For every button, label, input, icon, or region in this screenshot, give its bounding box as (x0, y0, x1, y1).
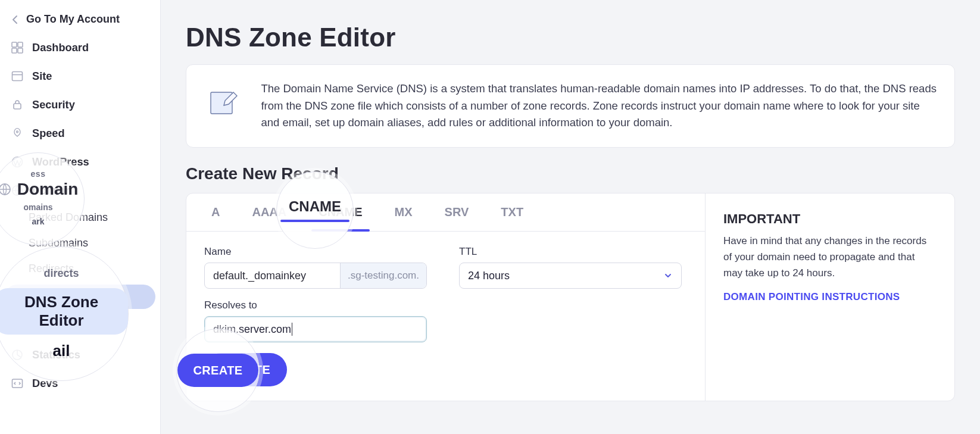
sidebar-item-site[interactable]: Site (0, 63, 160, 90)
aside-text: Have in mind that any changes in the rec… (723, 233, 937, 282)
globe-icon (11, 184, 24, 197)
sidebar-item-label: Security (32, 99, 75, 111)
panel-aside: IMPORTANT Have in mind that any changes … (706, 193, 954, 401)
chevron-down-icon (663, 271, 673, 280)
svg-rect-9 (13, 323, 22, 330)
ttl-select[interactable]: 24 hours (459, 263, 682, 289)
resolves-input[interactable]: dkim.server.com (204, 316, 427, 342)
label-resolves: Resolves to (204, 299, 427, 311)
tab-a[interactable]: A (204, 193, 227, 231)
edit-illustration-icon (204, 80, 245, 123)
create-record-panel: A AAAA CNAME MX SRV TXT Name default._do… (186, 193, 955, 401)
label-name: Name (204, 246, 427, 258)
grid-icon (11, 41, 24, 54)
tab-srv[interactable]: SRV (438, 193, 476, 231)
tab-cname[interactable]: CNAME (311, 193, 369, 231)
go-to-account[interactable]: Go To My Account (0, 5, 160, 33)
text-cursor-icon (292, 323, 292, 336)
panel-form: A AAAA CNAME MX SRV TXT Name default._do… (186, 193, 706, 401)
sidebar-item-label: Domain (32, 185, 72, 197)
sidebar-subitem-label: DNS Zone Editor (29, 291, 110, 303)
aside-link[interactable]: DOMAIN POINTING INSTRUCTIONS (723, 291, 900, 302)
sidebar-item-label: Statistics (32, 349, 80, 361)
sidebar-item-label: Speed (32, 127, 65, 140)
label-ttl: TTL (459, 246, 682, 258)
svg-point-6 (17, 131, 18, 133)
lock-icon (11, 98, 24, 111)
sidebar-item-domain[interactable]: Domain (0, 177, 160, 204)
name-input-suffix: .sg-testing.com. (340, 263, 426, 288)
tab-mx[interactable]: MX (388, 193, 420, 231)
tab-txt[interactable]: TXT (494, 193, 530, 231)
sidebar: Go To My Account Dashboard Site Security (0, 0, 161, 434)
svg-rect-2 (12, 48, 17, 53)
aside-title: IMPORTANT (723, 211, 937, 227)
sidebar-item-label: Site (32, 70, 52, 83)
page-title: DNS Zone Editor (186, 23, 955, 52)
sidebar-item-dashboard[interactable]: Dashboard (0, 34, 160, 61)
resolves-input-value: dkim.server.com (213, 323, 291, 336)
svg-rect-1 (18, 42, 23, 47)
wordpress-icon (11, 155, 24, 168)
code-icon (11, 377, 24, 390)
sidebar-item-label: Dashboard (32, 42, 89, 54)
svg-rect-4 (13, 72, 23, 81)
sidebar-item-security[interactable]: Security (0, 91, 160, 118)
sidebar-subitem-redirects[interactable]: Redirects (0, 257, 160, 281)
go-to-account-label: Go To My Account (26, 13, 120, 26)
sidebar-item-label: Devs (32, 377, 58, 390)
svg-rect-5 (14, 104, 21, 109)
arrow-left-icon (11, 15, 20, 24)
sidebar-item-wordpress[interactable]: WordPress (0, 148, 160, 176)
sidebar-item-devs[interactable]: Devs (0, 370, 160, 397)
sidebar-item-label: WordPress (32, 156, 89, 168)
sidebar-subitem-dns-zone-editor[interactable]: DNS Zone Editor (5, 285, 155, 309)
info-description: The Domain Name Service (DNS) is a syste… (261, 80, 937, 132)
sidebar-item-label: Email (32, 320, 61, 333)
form-group-name: Name default._domainkey .sg-testing.com. (204, 246, 427, 289)
info-card: The Domain Name Service (DNS) is a syste… (186, 64, 955, 148)
tab-aaaa[interactable]: AAAA (245, 193, 294, 231)
svg-rect-0 (12, 42, 17, 47)
form-group-resolves: Resolves to dkim.server.com (204, 299, 427, 342)
sidebar-item-email[interactable]: Email (0, 313, 160, 340)
sidebar-subitem-label: Redirects (29, 263, 74, 275)
sidebar-subitem-label: Parked Domains (29, 211, 108, 224)
sidebar-subitem-subdomains[interactable]: Subdomains (0, 231, 160, 255)
create-button[interactable]: CREATE (204, 353, 287, 386)
main-content: DNS Zone Editor The Domain Name Service … (161, 0, 980, 434)
sidebar-item-speed[interactable]: Speed (0, 120, 160, 147)
form-group-ttl: TTL 24 hours (459, 246, 682, 289)
name-input-value: default._domainkey (205, 263, 340, 288)
chart-pie-icon (11, 348, 24, 361)
svg-rect-3 (18, 48, 23, 53)
sidebar-subitem-label: Subdomains (29, 237, 88, 249)
sidebar-subitem-parked-domains[interactable]: Parked Domains (0, 205, 160, 230)
sidebar-item-statistics[interactable]: Statistics (0, 341, 160, 369)
record-type-tabs: A AAAA CNAME MX SRV TXT (186, 193, 705, 232)
window-icon (11, 70, 24, 83)
ttl-select-value: 24 hours (468, 270, 510, 282)
mail-icon (11, 320, 24, 333)
section-title: Create New Record (186, 164, 955, 183)
rocket-icon (11, 127, 24, 140)
name-input[interactable]: default._domainkey .sg-testing.com. (204, 263, 427, 289)
